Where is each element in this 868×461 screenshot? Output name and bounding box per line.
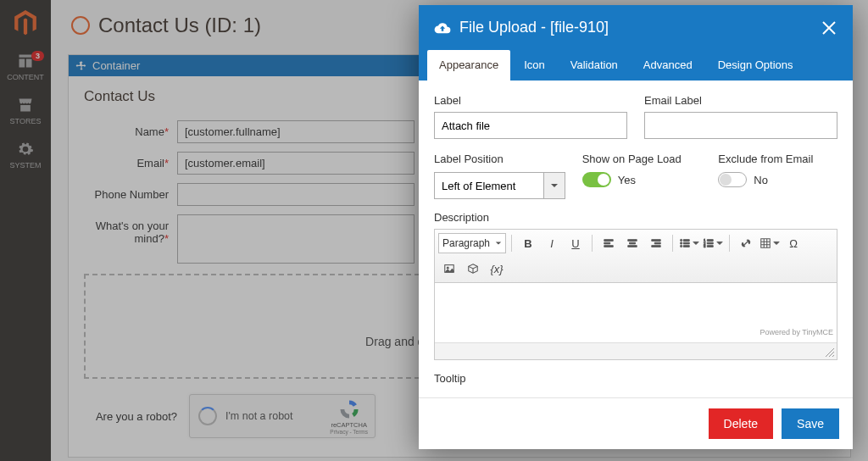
label-label: Label: [434, 94, 627, 107]
modal-body: Label Email Label Label Position Left of…: [419, 81, 853, 397]
variable-button[interactable]: {x}: [486, 258, 508, 279]
svg-point-0: [681, 239, 682, 241]
omega-button[interactable]: Ω: [782, 233, 804, 253]
underline-button[interactable]: U: [565, 233, 587, 253]
image-button[interactable]: [438, 258, 460, 279]
align-right-button[interactable]: [645, 233, 667, 253]
modal-title: File Upload - [file-910]: [459, 19, 609, 36]
tinymce-credit: Powered by TinyMCE: [760, 328, 833, 336]
exclude-email-label: Exclude from Email: [718, 153, 837, 165]
bold-button[interactable]: B: [517, 233, 539, 253]
email-label-input[interactable]: [644, 112, 837, 139]
show-on-load-toggle[interactable]: [582, 172, 611, 187]
exclude-email-toggle[interactable]: [718, 172, 747, 187]
delete-button[interactable]: Delete: [709, 408, 773, 439]
tooltip-label: Tooltip: [434, 372, 837, 385]
svg-text:3: 3: [704, 244, 706, 248]
bullet-list-button[interactable]: [678, 233, 700, 253]
label-position-select[interactable]: Left of Element: [434, 172, 565, 199]
link-button[interactable]: [735, 233, 757, 253]
tab-appearance[interactable]: Appearance: [427, 50, 510, 81]
format-select[interactable]: Paragraph: [438, 233, 506, 253]
modal-header: File Upload - [file-910]: [419, 5, 853, 50]
modal-tabs: Appearance Icon Validation Advanced Desi…: [419, 50, 853, 81]
file-upload-modal: File Upload - [file-910] Appearance Icon…: [419, 5, 853, 449]
resize-handle[interactable]: [825, 347, 835, 358]
table-button[interactable]: [759, 233, 781, 253]
widget-button[interactable]: [462, 258, 484, 279]
svg-point-2: [681, 245, 682, 247]
tab-validation[interactable]: Validation: [559, 50, 630, 81]
tab-icon[interactable]: Icon: [512, 50, 557, 81]
svg-point-1: [681, 242, 682, 244]
show-on-load-label: Show on Page Load: [582, 153, 702, 165]
modal-footer: Delete Save: [419, 397, 853, 449]
align-left-button[interactable]: [598, 233, 620, 253]
editor-toolbar: Paragraph B I U 123 Ω {x}: [435, 230, 837, 283]
chevron-down-icon[interactable]: [543, 172, 565, 199]
save-button[interactable]: Save: [782, 408, 839, 439]
tab-advanced[interactable]: Advanced: [632, 50, 704, 81]
description-label: Description: [434, 211, 837, 224]
align-center-button[interactable]: [621, 233, 643, 253]
label-input[interactable]: [434, 112, 627, 139]
email-label-label: Email Label: [644, 94, 837, 107]
italic-button[interactable]: I: [541, 233, 563, 253]
label-position-label: Label Position: [434, 153, 565, 165]
tab-design-options[interactable]: Design Options: [706, 50, 805, 81]
close-button[interactable]: [821, 19, 837, 36]
cloud-icon: [434, 20, 451, 36]
svg-point-7: [447, 267, 448, 269]
number-list-button[interactable]: 123: [702, 233, 724, 253]
rich-text-editor: Paragraph B I U 123 Ω {x}: [434, 229, 837, 360]
